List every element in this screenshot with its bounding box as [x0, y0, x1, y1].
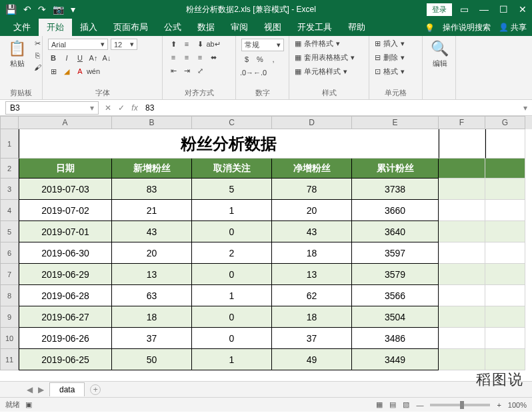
cell[interactable]	[485, 221, 525, 242]
cell[interactable]	[439, 200, 485, 221]
col-head-d[interactable]: D	[272, 116, 352, 129]
tab-help[interactable]: 帮助	[340, 19, 373, 36]
indent-dec-icon[interactable]: ⇤	[168, 65, 179, 76]
name-box[interactable]: B3▾	[5, 101, 99, 115]
cell[interactable]	[485, 242, 525, 264]
row-head[interactable]: 7	[0, 264, 19, 285]
paste-button[interactable]: 📋 粘贴	[5, 39, 29, 70]
confirm-formula-icon[interactable]: ✓	[115, 103, 128, 113]
tab-formula[interactable]: 公式	[156, 19, 189, 36]
format-painter-icon[interactable]: 🖌	[33, 63, 42, 72]
orientation-icon[interactable]: ⤢	[195, 65, 205, 76]
cell[interactable]: 0	[192, 264, 272, 285]
dec-decimal-icon[interactable]: ←.0	[255, 67, 265, 78]
cancel-formula-icon[interactable]: ✕	[101, 103, 115, 113]
row-head[interactable]: 1	[0, 129, 19, 159]
cell[interactable]: 43	[112, 221, 192, 242]
cell[interactable]: 5	[192, 179, 272, 200]
font-size[interactable]: 12▾	[111, 39, 137, 50]
row-head[interactable]: 9	[0, 306, 19, 328]
cell[interactable]	[439, 285, 485, 306]
cell[interactable]: 63	[112, 285, 192, 306]
italic-button[interactable]: I	[61, 53, 72, 63]
align-left-icon[interactable]: ≡	[168, 52, 179, 63]
row-head[interactable]: 4	[0, 200, 19, 221]
col-head-g[interactable]: G	[485, 116, 525, 129]
delete-cells-button[interactable]: ⊟ 删除 ▾	[375, 53, 405, 63]
cond-format-button[interactable]: ▦ 条件格式 ▾	[295, 39, 340, 49]
cell[interactable]	[439, 306, 485, 328]
col-head-e[interactable]: E	[352, 116, 439, 129]
merge-icon[interactable]: ⬌	[208, 52, 219, 63]
row-head[interactable]: 8	[0, 285, 19, 306]
cell[interactable]	[439, 242, 485, 264]
cell[interactable]: 累计粉丝	[352, 159, 439, 179]
cell[interactable]: 50	[112, 349, 192, 370]
col-head-f[interactable]: F	[439, 116, 485, 129]
cell[interactable]	[485, 129, 525, 159]
tab-insert[interactable]: 插入	[72, 19, 105, 36]
close-icon[interactable]: ✕	[519, 4, 527, 15]
cell[interactable]	[485, 328, 525, 349]
cell[interactable]: 3597	[352, 242, 439, 264]
new-sheet-icon[interactable]: +	[90, 384, 101, 395]
cell[interactable]: 2019-06-30	[19, 242, 112, 264]
cell[interactable]: 2019-06-28	[19, 285, 112, 306]
cell[interactable]	[485, 349, 525, 370]
cell[interactable]: 取消关注	[192, 159, 272, 179]
cell[interactable]	[439, 129, 485, 159]
tell-me[interactable]: 操作说明搜索	[443, 22, 491, 33]
cell[interactable]: 62	[272, 285, 352, 306]
row-head[interactable]: 5	[0, 221, 19, 242]
bold-button[interactable]: B	[48, 53, 59, 63]
cell[interactable]: 0	[192, 221, 272, 242]
view-break-icon[interactable]: ▧	[403, 400, 409, 409]
cell[interactable]: 净增粉丝	[272, 159, 352, 179]
cell[interactable]	[439, 264, 485, 285]
border-icon[interactable]: ⊞	[48, 66, 59, 77]
inc-decimal-icon[interactable]: .0→	[241, 67, 252, 78]
cell[interactable]	[439, 159, 485, 179]
row-head[interactable]: 10	[0, 328, 19, 349]
undo-icon[interactable]: ↶	[23, 4, 31, 15]
login-button[interactable]: 登录	[427, 3, 452, 16]
cell[interactable]: 18	[272, 306, 352, 328]
cell[interactable]: 2019-06-26	[19, 328, 112, 349]
percent-icon[interactable]: %	[255, 54, 265, 65]
cell[interactable]	[485, 159, 525, 179]
tab-file[interactable]: 文件	[5, 19, 39, 36]
cell[interactable]: 49	[272, 349, 352, 370]
comma-icon[interactable]: ,	[268, 54, 279, 65]
cell[interactable]: 1	[192, 285, 272, 306]
col-head-c[interactable]: C	[192, 116, 272, 129]
copy-icon[interactable]: ⎘	[33, 51, 42, 60]
zoom-out-icon[interactable]: —	[416, 401, 423, 409]
wrap-text-icon[interactable]: ab↵	[208, 39, 219, 49]
cell[interactable]: 1	[192, 349, 272, 370]
cell[interactable]	[485, 306, 525, 328]
align-right-icon[interactable]: ≡	[195, 52, 205, 63]
currency-icon[interactable]: $	[241, 54, 252, 65]
col-head-a[interactable]: A	[19, 116, 112, 129]
phonetic-icon[interactable]: wén	[88, 66, 99, 77]
cell[interactable]: 3660	[352, 200, 439, 221]
cell[interactable]: 日期	[19, 159, 112, 179]
format-cells-button[interactable]: ⊡ 格式 ▾	[375, 67, 405, 77]
cell[interactable]	[485, 179, 525, 200]
cell[interactable]: 3504	[352, 306, 439, 328]
sheet-title[interactable]: 粉丝分析数据	[19, 129, 439, 159]
camera-icon[interactable]: 📷	[53, 4, 64, 15]
cell[interactable]: 3449	[352, 349, 439, 370]
cell[interactable]	[485, 285, 525, 306]
worksheet[interactable]: A B C D E F G 1粉丝分析数据2日期新增粉丝取消关注净增粉丝累计粉丝…	[0, 116, 532, 381]
cell[interactable]: 18	[272, 242, 352, 264]
insert-cells-button[interactable]: ⊞ 插入 ▾	[375, 39, 405, 49]
zoom-level[interactable]: 100%	[508, 401, 527, 409]
qat-more-icon[interactable]: ▾	[71, 4, 75, 15]
save-icon[interactable]: 💾	[5, 4, 17, 15]
cell[interactable]: 2019-07-03	[19, 179, 112, 200]
minimize-icon[interactable]: —	[479, 4, 489, 15]
cell[interactable]: 新增粉丝	[112, 159, 192, 179]
underline-button[interactable]: U	[75, 53, 85, 63]
ribbon-options-icon[interactable]: ▭	[460, 4, 469, 15]
